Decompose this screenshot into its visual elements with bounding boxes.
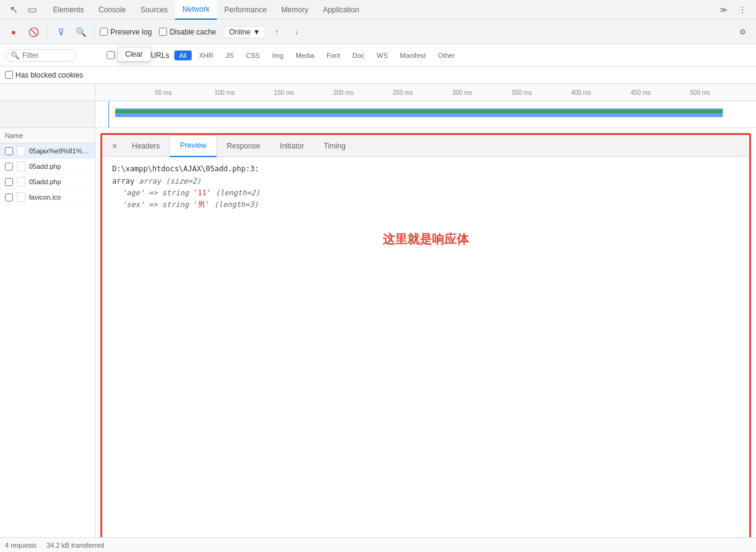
waterfall-left xyxy=(0,101,96,128)
waterfall-time-marker xyxy=(108,101,109,128)
filter-input[interactable] xyxy=(22,51,71,60)
filter-bar: 🔍 Clear Hide data URLs All XHR JS CSS Im… xyxy=(0,44,756,67)
devtools-settings-icon[interactable]: ⋮ xyxy=(734,3,751,17)
file-list-header: Name xyxy=(0,128,95,144)
disable-cache-checkbox[interactable] xyxy=(159,28,167,36)
file-item-0[interactable]: 05ajax%e9%81%b5%e5%be%... xyxy=(0,144,95,159)
file-item-2[interactable]: 05add.php xyxy=(0,174,95,190)
preserve-log-checkbox[interactable] xyxy=(100,28,108,36)
preview-tab-response[interactable]: Response xyxy=(217,135,270,157)
close-preview-button[interactable]: × xyxy=(107,139,122,153)
filter-magnifier-icon: 🔍 xyxy=(10,51,20,60)
filter-input-wrap: 🔍 xyxy=(5,49,77,62)
waterfall-area xyxy=(0,101,756,128)
filter-tag-ws[interactable]: WS xyxy=(372,51,393,60)
preview-tab-preview[interactable]: Preview xyxy=(169,135,217,157)
filter-tag-js[interactable]: JS xyxy=(221,51,238,60)
filter-tags: All XHR JS CSS Img Media Font Doc WS Man… xyxy=(174,51,460,60)
filter-tag-manifest[interactable]: Manifest xyxy=(395,51,431,60)
tab-sources[interactable]: Sources xyxy=(133,0,175,20)
filter-tag-xhr[interactable]: XHR xyxy=(194,51,218,60)
preview-tab-initiator[interactable]: Initiator xyxy=(270,135,314,157)
transferred-size: 34.2 kB transferred xyxy=(46,542,104,549)
timeline-left-pad xyxy=(0,84,96,100)
search-icon[interactable]: 🔍 xyxy=(72,23,89,41)
network-settings-icon[interactable]: ⚙ xyxy=(734,23,751,41)
file-checkbox-3[interactable] xyxy=(5,193,13,201)
preserve-log-label[interactable]: Preserve log xyxy=(100,28,152,36)
timeline-tick: 100 ms xyxy=(214,89,235,95)
timeline-tick: 150 ms xyxy=(274,89,294,95)
toolbar-separator-2 xyxy=(94,26,95,38)
tab-performance[interactable]: Performance xyxy=(217,0,274,20)
devtools-tabs: ↖ ▭ Elements Console Sources Network Per… xyxy=(0,0,756,20)
preview-tabs: × Headers Preview Response Initiator Tim… xyxy=(102,135,749,157)
preview-tab-headers[interactable]: Headers xyxy=(122,135,169,157)
import-button[interactable]: ↑ xyxy=(268,23,285,41)
file-icon-1 xyxy=(17,161,25,171)
timeline-ruler: 50 ms100 ms150 ms200 ms250 ms300 ms350 m… xyxy=(96,84,756,100)
tab-console[interactable]: Console xyxy=(91,0,133,20)
tab-network[interactable]: Network xyxy=(175,0,217,20)
filter-tag-other[interactable]: Other xyxy=(433,51,460,60)
blocked-cookies-bar: Has blocked cookies xyxy=(0,67,756,84)
blocked-cookies-label[interactable]: Has blocked cookies xyxy=(5,71,83,79)
preview-content: D:\xampp\htdocs\AJAX\05add.php:3: array … xyxy=(102,157,749,550)
preview-overlay: × Headers Preview Response Initiator Tim… xyxy=(100,133,751,552)
filter-icon[interactable]: ⊽ xyxy=(52,23,70,41)
timeline-tick: 500 ms xyxy=(690,89,710,95)
file-list-panel: Name 05ajax%e9%81%b5%e5%be%... 05add.php… xyxy=(0,128,96,552)
timeline-tick: 300 ms xyxy=(452,89,473,95)
status-bar: 4 requests 34.2 kB transferred xyxy=(0,537,756,552)
timeline-tick: 50 ms xyxy=(155,89,171,95)
file-checkbox-1[interactable] xyxy=(5,163,13,171)
timeline-tick: 200 ms xyxy=(333,89,354,95)
waterfall-green-bar xyxy=(115,110,723,113)
annotation-text: 这里就是响应体 xyxy=(112,231,739,248)
filter-tag-img[interactable]: Img xyxy=(267,51,288,60)
preview-panel: × Headers Preview Response Initiator Tim… xyxy=(96,128,756,552)
tab-memory[interactable]: Memory xyxy=(274,0,315,20)
tab-elements[interactable]: Elements xyxy=(46,0,91,20)
throttle-dropdown-icon: ▼ xyxy=(253,28,260,36)
toolbar-separator-1 xyxy=(47,26,47,38)
more-tabs-icon[interactable]: ≫ xyxy=(715,3,733,17)
hide-data-urls-checkbox[interactable] xyxy=(107,51,115,59)
file-checkbox-0[interactable] xyxy=(5,147,13,155)
file-item-1[interactable]: 05add.php xyxy=(0,159,95,174)
file-item-3[interactable]: favicon.ico xyxy=(0,190,95,205)
timeline-tick: 350 ms xyxy=(511,89,532,95)
main-content: Name 05ajax%e9%81%b5%e5%be%... 05add.php… xyxy=(0,128,756,552)
filter-tag-all[interactable]: All xyxy=(174,51,192,60)
blocked-cookies-checkbox[interactable] xyxy=(5,71,13,79)
timeline-tick: 250 ms xyxy=(392,89,413,95)
filter-tag-media[interactable]: Media xyxy=(291,51,319,60)
mobile-icon[interactable]: ▭ xyxy=(23,1,41,18)
clear-tooltip[interactable]: Clear xyxy=(117,47,151,62)
filter-tag-font[interactable]: Font xyxy=(322,51,345,60)
throttle-select[interactable]: Online ▼ xyxy=(224,26,266,38)
timeline-tick: 400 ms xyxy=(571,89,591,95)
preview-tab-timing[interactable]: Timing xyxy=(314,135,356,157)
filter-tag-css[interactable]: CSS xyxy=(241,51,265,60)
requests-count: 4 requests xyxy=(5,542,36,549)
file-icon-2 xyxy=(17,177,25,187)
file-icon-0 xyxy=(17,146,25,156)
cursor-icon[interactable]: ↖ xyxy=(5,1,22,18)
file-checkbox-2[interactable] xyxy=(5,178,13,186)
timeline-tick: 450 ms xyxy=(630,89,651,95)
timeline-bar: 50 ms100 ms150 ms200 ms250 ms300 ms350 m… xyxy=(0,84,756,101)
disable-cache-label[interactable]: Disable cache xyxy=(159,28,216,36)
tab-application[interactable]: Application xyxy=(315,0,367,20)
file-icon-3 xyxy=(17,192,25,202)
filter-tag-doc[interactable]: Doc xyxy=(348,51,370,60)
network-toolbar: ● 🚫 ⊽ 🔍 Preserve log Disable cache Onlin… xyxy=(0,20,756,44)
export-button[interactable]: ↓ xyxy=(288,23,305,41)
preview-code: array array (size=2) 'age' => string '11… xyxy=(112,176,739,211)
preview-path: D:\xampp\htdocs\AJAX\05add.php:3: xyxy=(112,164,739,173)
stop-button[interactable]: 🚫 xyxy=(25,23,42,41)
record-button[interactable]: ● xyxy=(5,23,22,41)
